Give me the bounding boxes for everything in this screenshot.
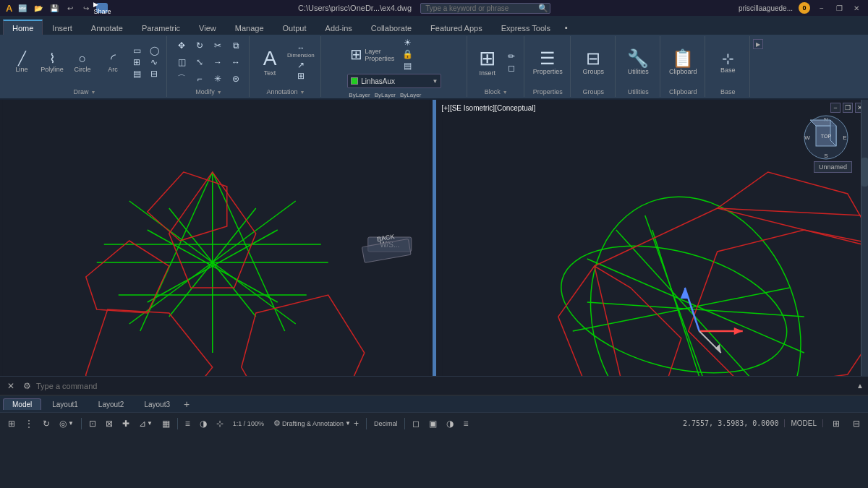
transparency-btn[interactable]: ◑ [196, 416, 210, 432]
qa-redo[interactable]: ↪ [80, 3, 92, 13]
trim-button[interactable]: ✂ [209, 40, 226, 51]
scroll-thumb-v[interactable] [861, 158, 868, 187]
vp-minimize[interactable]: − [830, 103, 841, 113]
tab-layout2[interactable]: Layout2 [89, 398, 134, 410]
qa-undo[interactable]: ↩ [64, 3, 76, 13]
workspace-plus[interactable]: + [354, 419, 359, 429]
tab-addins[interactable]: Add-ins [316, 20, 362, 35]
win-close[interactable]: ✕ [851, 3, 862, 13]
annotscale-btn[interactable]: 1:1 / 100% [229, 416, 268, 432]
isolate-btn[interactable]: ◻ [409, 416, 423, 432]
workspace-btn[interactable]: ⚙ Drafting & Annotation ▼ + [270, 416, 362, 432]
spline-button[interactable]: ∿ [146, 57, 162, 67]
copy-button[interactable]: ⧉ [227, 40, 244, 51]
color-by-layer[interactable]: ByLayer [347, 91, 371, 99]
tab-layout1[interactable]: Layout1 [43, 398, 88, 410]
cmd-settings-btn[interactable]: ⚙ [20, 381, 33, 391]
layerstate-button[interactable]: ▤ [399, 61, 415, 71]
tab-annotate[interactable]: Annotate [82, 20, 132, 35]
draw-dropdown-arrow[interactable]: ▼ [91, 90, 96, 95]
tab-view[interactable]: View [190, 20, 226, 35]
select-btn[interactable]: ⊹ [213, 416, 227, 432]
workspace-dropdown[interactable]: ▼ [345, 420, 351, 427]
fillet-button[interactable]: ⌒ [173, 74, 190, 84]
linetype-by-layer[interactable]: ByLayer [373, 91, 397, 99]
tab-parametric[interactable]: Parametric [132, 20, 190, 35]
search-input[interactable] [420, 3, 550, 14]
snap-btn[interactable]: ⊞ [4, 416, 19, 432]
viewport-display-btn[interactable]: ⊞ [829, 416, 843, 432]
customui-btn[interactable]: ≡ [459, 416, 472, 432]
ellipse-button[interactable]: ◯ [146, 46, 162, 56]
lineweight-by-layer[interactable]: ByLayer [399, 91, 422, 99]
vp-restore[interactable]: ❐ [843, 103, 853, 113]
freeze-button[interactable]: ☀ [399, 38, 415, 48]
tab-featuredapps[interactable]: Featured Apps [421, 20, 492, 35]
annotation-dropdown-arrow[interactable]: ▼ [299, 90, 305, 95]
table-button[interactable]: ⊞ [286, 71, 316, 81]
line-button[interactable]: ╱ Line [7, 50, 36, 75]
arc-button[interactable]: ◜ Arc [98, 50, 127, 75]
otrack-btn[interactable]: ✚ [119, 416, 133, 432]
search-icon[interactable]: 🔍 [538, 4, 548, 12]
tab-layout3[interactable]: Layout3 [135, 398, 179, 410]
viewcube[interactable]: N S E W TOP [803, 114, 850, 161]
tab-model[interactable]: Model [3, 398, 41, 410]
mirror-button[interactable]: ◫ [173, 57, 190, 67]
properties-button[interactable]: ☰ Properties [530, 48, 566, 77]
scale-button[interactable]: ⤡ [191, 57, 208, 67]
block-dropdown-arrow[interactable]: ▼ [503, 90, 508, 95]
stretch-button[interactable]: ↔ [227, 57, 244, 67]
polyline-button[interactable]: ⌇ Polyline [38, 50, 67, 75]
rotate-button[interactable]: ↻ [191, 40, 208, 51]
gradient-button[interactable]: ▤ [129, 69, 145, 79]
qa-save[interactable]: 💾 [48, 3, 60, 13]
clipboard-button[interactable]: 📋 Clipboard [666, 48, 700, 77]
tab-more[interactable]: ▪ [560, 19, 573, 35]
qa-new[interactable]: 🆕 [17, 3, 28, 13]
ortho-btn[interactable]: ↻ [39, 416, 54, 432]
tab-add-button[interactable]: + [181, 399, 192, 409]
units-select[interactable]: Decimal [370, 416, 401, 432]
text-button[interactable]: A Text [255, 46, 284, 79]
blockdef-button[interactable]: ◻ [503, 63, 519, 73]
utilities-button[interactable]: 🔧 Utilities [624, 48, 652, 77]
3dosnap-btn[interactable]: ⊠ [102, 416, 116, 432]
move-button[interactable]: ✥ [173, 40, 190, 51]
tab-manage[interactable]: Manage [226, 20, 273, 35]
modify-dropdown-arrow[interactable]: ▼ [217, 90, 222, 95]
insert-button[interactable]: ⊞ Insert [473, 46, 502, 79]
custom-model-btn[interactable]: ⊟ [849, 416, 864, 432]
properties-btn-status[interactable]: ◑ [443, 416, 457, 432]
scroll-bar-right[interactable] [861, 100, 868, 376]
tab-home[interactable]: Home [3, 20, 43, 35]
ucs-btn[interactable]: ⊿▼ [135, 416, 156, 432]
explode-button[interactable]: ✳ [209, 74, 226, 84]
hatch-button[interactable]: ⊞ [129, 57, 145, 67]
cmd-expand-btn[interactable]: ▲ [856, 382, 864, 390]
qa-share[interactable]: ▶ Share [96, 3, 108, 13]
rect-button[interactable]: ▭ [129, 46, 145, 56]
groups-button[interactable]: ⊟ Groups [579, 48, 608, 77]
hardwareaccel-btn[interactable]: ▣ [425, 416, 441, 432]
leader-button[interactable]: ↗ [286, 60, 316, 70]
qa-open[interactable]: 📂 [33, 3, 44, 13]
tab-insert[interactable]: Insert [43, 20, 82, 35]
command-input[interactable] [36, 382, 854, 390]
base-button[interactable]: ⊹ Base [718, 50, 738, 75]
osnap-btn[interactable]: ⊡ [85, 416, 100, 432]
layer-selector[interactable]: LinhasAux ▼ [347, 74, 441, 88]
dyn-btn[interactable]: ▦ [158, 416, 174, 432]
layerprop-button[interactable]: ⊞ Layer Properties [347, 45, 396, 64]
tab-expresstools[interactable]: Express Tools [492, 20, 560, 35]
ribbon-expand-button[interactable]: ▶ [753, 39, 763, 49]
extend-button[interactable]: → [209, 57, 226, 67]
region-button[interactable]: ⊟ [146, 69, 162, 79]
polar-btn[interactable]: ◎▼ [56, 416, 77, 432]
grid-btn[interactable]: ⋮ [21, 416, 37, 432]
cmd-close-btn[interactable]: ✕ [4, 381, 17, 391]
circle-button[interactable]: ○ Circle [68, 50, 97, 75]
win-restore[interactable]: ❐ [833, 3, 845, 13]
tab-output[interactable]: Output [273, 20, 316, 35]
win-min[interactable]: − [816, 3, 827, 13]
